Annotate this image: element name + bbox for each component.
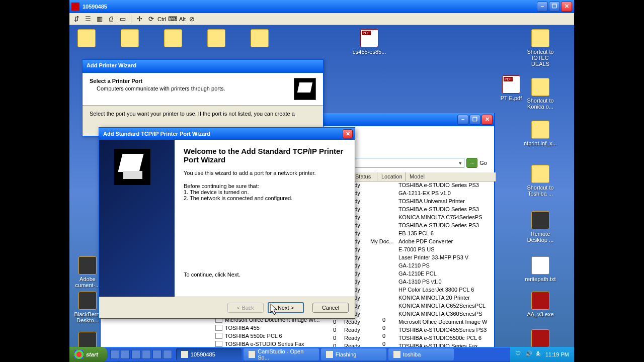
printer-row[interactable]: TOSHIBA 4550	[215, 324, 391, 332]
apw-heading: Select a Printer Port	[90, 78, 294, 84]
task-icon	[393, 351, 400, 358]
printer-row[interactable]: 0ReadyLaser Printer 33-MFP PS3 V	[329, 254, 567, 262]
column-model[interactable]: Model	[406, 172, 496, 181]
printer-row[interactable]: 0ReadyGA-1310 PS v1.0	[329, 278, 567, 286]
vnc-app-icon	[71, 3, 79, 11]
printer-row[interactable]: 0ReadyHP Color LaserJet 3800 PCL 6	[329, 286, 567, 294]
printer-icon	[294, 78, 316, 100]
apw-title[interactable]: Add Printer Wizard	[83, 60, 323, 73]
folder-icon[interactable]	[248, 29, 272, 49]
vnc-titlebar[interactable]: 10590485 – ❐ ✕	[69, 0, 574, 13]
explorer-maximize-button[interactable]: ❐	[469, 115, 480, 125]
icon-label: ntprint.inf_x...	[522, 140, 558, 146]
desktop-icon[interactable]: ntprint.inf_x...	[522, 121, 558, 146]
task-icon	[326, 351, 333, 358]
wizard-sidebar	[99, 140, 175, 297]
ql-icon[interactable]	[121, 350, 130, 359]
printer-row[interactable]: 0ReadyKONICA MINOLTA C652SeriesPCL	[329, 302, 567, 310]
folder-icon[interactable]	[118, 29, 142, 49]
toolbar-icon[interactable]: ✢	[134, 14, 144, 24]
toolbar-icon[interactable]: ⎙	[106, 14, 116, 24]
toolbar-icon[interactable]: ⌨	[168, 14, 178, 24]
printer-row[interactable]: 0ReadyGA-1210 PS	[329, 262, 567, 270]
add-printer-wizard-window[interactable]: Add Printer Wizard Select a Printer Port…	[82, 59, 324, 136]
toolbar-icon[interactable]: ▭	[118, 14, 128, 24]
clock[interactable]: 11:19 PM	[545, 351, 569, 357]
desktop-icon[interactable]: Shortcut to IOTEC DEALS	[522, 29, 558, 67]
tray-icon[interactable]: 🖧	[535, 350, 543, 358]
ql-icon[interactable]	[152, 350, 162, 359]
ctrl-key-toggle[interactable]: Ctrl	[157, 16, 166, 22]
printer-row[interactable]: 0ReadyTOSHIBA e-STUDIO Series PS3	[329, 206, 567, 214]
printer-row[interactable]: 0ReadyTOSHIBA e-STUDIO Series PS3	[329, 222, 567, 230]
alt-key-toggle[interactable]: Alt	[179, 16, 186, 22]
explorer-close-button[interactable]: ✕	[481, 115, 493, 125]
tcpip-title[interactable]: Add Standard TCP/IP Printer Port Wizard	[101, 131, 343, 137]
column-location[interactable]: Location	[377, 172, 406, 181]
tcpip-continue: To continue, click Next.	[184, 272, 346, 278]
icon-label: es455-es85...	[351, 49, 387, 55]
tcpip-before-label: Before continuing be sure that:	[184, 183, 346, 189]
back-button: < Back	[227, 303, 264, 313]
maximize-button[interactable]: ❐	[549, 2, 560, 12]
go-label: Go	[479, 160, 487, 166]
minimize-button[interactable]: –	[537, 2, 548, 12]
remote-session-window: 10590485 – ❐ ✕ ⇵ ☰ ▥ ⎙ ▭ ✢ ⟳ Ctrl ⌨ Alt …	[69, 0, 574, 362]
printer-icon	[215, 333, 222, 339]
taskbar-item[interactable]: 10590485	[176, 348, 242, 360]
printer-row[interactable]: 0ReadyKONICA MINOLTA 20 Printer	[329, 294, 567, 302]
folder-icon[interactable]	[161, 29, 185, 49]
toolbar-icon[interactable]: ▥	[95, 14, 105, 24]
apw-body-text: Select the port you want your printer to…	[90, 111, 316, 117]
tcpip-heading: Welcome to the Add Standard TCP/IP Print…	[184, 147, 346, 164]
system-tray[interactable]: 🛡 🔊 🖧 11:19 PM	[510, 347, 574, 362]
toolbar-icon[interactable]: ⟳	[146, 14, 156, 24]
icon-label: Shortcut to Konica o...	[522, 98, 558, 110]
go-button[interactable]: →	[466, 158, 477, 168]
tray-icon[interactable]: 🛡	[515, 350, 523, 358]
desktop-icon[interactable]: Shortcut to Konica o...	[522, 78, 558, 110]
tray-icon[interactable]: 🔊	[525, 350, 533, 358]
printer-icon	[215, 325, 222, 331]
next-button[interactable]: Next >	[268, 302, 304, 313]
tcpip-item1: 1. The device is turned on.	[184, 189, 346, 195]
tcpip-wizard-window[interactable]: Add Standard TCP/IP Printer Port Wizard …	[99, 127, 355, 319]
printer-row[interactable]: 0ReadyE-7000 PS US	[329, 246, 567, 254]
remote-desktop[interactable]: es455-es85...Shortcut to IOTEC DEALSPT E…	[69, 25, 574, 362]
printer-row[interactable]: 0ReadyGA-1210E PCL	[329, 270, 567, 278]
toolbar-icon[interactable]: ⊘	[187, 14, 197, 24]
icon-label: Shortcut to IOTEC DEALS	[522, 49, 558, 67]
tcpip-item2: 2. The network is connected and configur…	[184, 195, 346, 201]
toolbar-icon[interactable]: ⇵	[71, 14, 82, 24]
task-icon	[249, 351, 255, 358]
cancel-button[interactable]: Cancel	[312, 303, 349, 313]
ql-icon[interactable]	[131, 350, 140, 359]
desktop-icon[interactable]: es455-es85...	[351, 29, 387, 55]
toolbar-icon[interactable]: ☰	[83, 14, 93, 24]
tcpip-close-button[interactable]: ✕	[343, 129, 353, 138]
ql-icon[interactable]	[142, 350, 151, 359]
printer-list-left: Microsoft Office Document Image Wr...0TO…	[215, 316, 391, 348]
taskbar-item[interactable]: toshiba	[388, 348, 454, 360]
printer-row[interactable]: TOSHIBA 5500c PCL 60	[215, 332, 391, 340]
close-button[interactable]: ✕	[561, 2, 572, 12]
folder-icon[interactable]	[204, 29, 228, 49]
printer-row[interactable]: 0ReadyKONICA MINOLTA C754SeriesPS	[329, 214, 567, 222]
vnc-toolbar: ⇵ ☰ ▥ ⎙ ▭ ✢ ⟳ Ctrl ⌨ Alt ⊘	[69, 13, 574, 25]
printer-row[interactable]: 0ReadyMy Doc...Adobe PDF Converter	[329, 238, 567, 246]
printer-row[interactable]: 0ReadyEB-135 PCL 6	[329, 230, 567, 238]
taskbar-item[interactable]: CamStudio - Open So...	[244, 348, 319, 360]
tcpip-intro: You use this wizard to add a port for a …	[184, 170, 346, 176]
explorer-minimize-button[interactable]: –	[457, 115, 468, 125]
ql-icon[interactable]	[163, 350, 172, 359]
ql-icon[interactable]	[110, 350, 119, 359]
taskbar[interactable]: start 10590485CamStudio - Open So...Flas…	[69, 347, 574, 362]
printer-row[interactable]: 0ReadyGA-1211-EX PS v1.0	[329, 190, 567, 198]
start-button[interactable]: start	[69, 347, 107, 362]
task-icon	[181, 351, 188, 358]
apw-subheading: Computers communicate with printers thro…	[97, 85, 294, 92]
printer-row[interactable]: 0ReadyTOSHIBA Universal Printer	[329, 198, 567, 206]
printer-row[interactable]: 0ReadyTOSHIBA e-STUDIO Series PS3	[329, 182, 567, 190]
taskbar-item[interactable]: Flashing	[321, 348, 386, 360]
folder-icon[interactable]	[74, 29, 99, 49]
